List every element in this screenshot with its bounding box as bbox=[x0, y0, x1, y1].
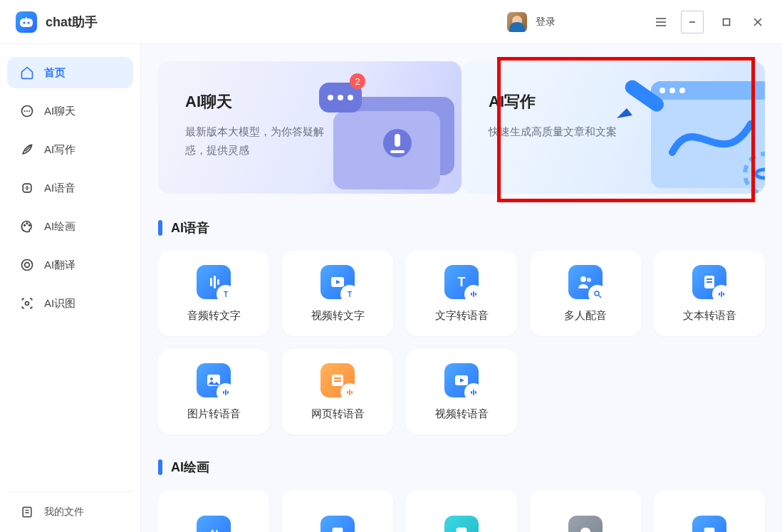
svg-point-13 bbox=[24, 225, 26, 226]
svg-rect-74 bbox=[475, 391, 476, 394]
hero-card-ai-chat[interactable]: AI聊天 最新版本大模型，为你答疑解惑，提供灵感 2 bbox=[158, 61, 462, 194]
draw-tile-grid: AI bbox=[158, 490, 765, 532]
app-logo bbox=[16, 11, 37, 33]
svg-rect-62 bbox=[225, 390, 226, 395]
svg-text:T: T bbox=[224, 291, 228, 298]
svg-line-52 bbox=[599, 296, 601, 298]
tile-draw-4[interactable] bbox=[530, 490, 641, 532]
svg-rect-63 bbox=[227, 391, 229, 394]
svg-rect-58 bbox=[723, 293, 724, 296]
draw-icon bbox=[444, 516, 479, 532]
tile-video-to-text[interactable]: T 视频转文字 bbox=[282, 251, 393, 336]
svg-rect-38 bbox=[210, 278, 212, 286]
sidebar-item-label: AI识图 bbox=[44, 297, 75, 311]
svg-rect-66 bbox=[334, 380, 341, 382]
svg-rect-76 bbox=[333, 528, 343, 532]
tile-label: 图片转语音 bbox=[187, 407, 241, 421]
svg-point-49 bbox=[580, 276, 586, 282]
svg-rect-46 bbox=[471, 293, 472, 296]
sidebar-item-label: AI翻译 bbox=[44, 259, 75, 272]
sidebar-item-ai-translate[interactable]: AI翻译 bbox=[7, 249, 133, 281]
files-icon bbox=[20, 505, 34, 519]
sound-badge-icon bbox=[714, 286, 729, 302]
sidebar-item-label: AI语音 bbox=[44, 182, 75, 195]
svg-rect-56 bbox=[719, 293, 720, 296]
section-head-voice: AI语音 bbox=[158, 219, 765, 236]
svg-rect-40 bbox=[217, 279, 219, 285]
sidebar-item-ai-write[interactable]: AI写作 bbox=[7, 134, 133, 165]
tile-label: 网页转语音 bbox=[311, 407, 365, 421]
tile-label: 视频转文字 bbox=[311, 309, 365, 323]
svg-point-15 bbox=[29, 225, 31, 226]
sound-badge-icon bbox=[466, 385, 481, 400]
tile-text-to-voice[interactable]: 文本转语音 bbox=[654, 251, 765, 336]
svg-rect-55 bbox=[707, 281, 712, 283]
draw-icon bbox=[692, 516, 726, 532]
svg-rect-24 bbox=[390, 150, 405, 153]
sidebar-item-ai-draw[interactable]: AI绘画 bbox=[7, 211, 133, 242]
tile-draw-5[interactable] bbox=[654, 490, 765, 532]
sidebar: 首页 AI聊天 AI写作 AI语音 AI绘画 bbox=[0, 44, 141, 532]
svg-text:AI: AI bbox=[209, 528, 218, 532]
tile-label: 文本转语音 bbox=[683, 309, 736, 323]
svg-rect-69 bbox=[351, 391, 353, 394]
svg-rect-65 bbox=[334, 377, 341, 379]
tile-label: 视频转语音 bbox=[435, 407, 489, 421]
svg-rect-48 bbox=[475, 293, 476, 296]
tile-multi-voice[interactable]: 多人配音 bbox=[530, 251, 641, 336]
svg-point-14 bbox=[26, 223, 28, 224]
svg-point-51 bbox=[595, 291, 599, 296]
tile-draw-2[interactable] bbox=[282, 490, 393, 532]
svg-point-27 bbox=[338, 95, 343, 100]
window-maximize-button[interactable] bbox=[715, 11, 738, 33]
titlebar: chat助手 登录 bbox=[0, 0, 782, 44]
login-link[interactable]: 登录 bbox=[536, 16, 556, 28]
svg-rect-68 bbox=[349, 390, 350, 395]
tile-web-to-voice[interactable]: 网页转语音 bbox=[282, 349, 393, 434]
sidebar-item-ai-chat[interactable]: AI聊天 bbox=[7, 95, 133, 127]
svg-rect-23 bbox=[395, 134, 400, 147]
sidebar-item-label: 首页 bbox=[44, 66, 66, 80]
svg-point-28 bbox=[348, 95, 353, 100]
hero-chat-illustration: 2 bbox=[305, 68, 462, 194]
window-minimize-button[interactable] bbox=[681, 11, 704, 33]
svg-rect-72 bbox=[471, 391, 472, 394]
text-badge-icon: T bbox=[218, 286, 234, 302]
section-title: AI绘画 bbox=[171, 459, 209, 476]
tile-video-to-voice[interactable]: 视频转语音 bbox=[406, 349, 517, 434]
svg-point-17 bbox=[25, 263, 30, 268]
sidebar-my-files[interactable]: 我的文件 bbox=[7, 491, 133, 532]
search-badge-icon bbox=[590, 286, 605, 302]
hero-card-ai-write[interactable]: AI写作 快速生成高质量文章和文案 bbox=[462, 61, 765, 194]
palette-icon bbox=[20, 219, 34, 234]
section-title: AI语音 bbox=[171, 219, 209, 236]
sidebar-footer-label: 我的文件 bbox=[44, 506, 84, 518]
tile-text-to-speech[interactable]: T 文字转语音 bbox=[406, 251, 517, 336]
window-close-button[interactable] bbox=[746, 11, 769, 33]
tile-audio-to-text[interactable]: T 音频转文字 bbox=[158, 251, 269, 336]
sidebar-item-ai-vision[interactable]: AI识图 bbox=[7, 288, 133, 319]
voice-tile-grid: T 音频转文字 T 视频转文字 T 文字转语音 bbox=[158, 251, 765, 434]
svg-rect-3 bbox=[26, 17, 27, 19]
svg-rect-31 bbox=[651, 81, 765, 100]
draw-icon bbox=[568, 516, 603, 532]
hero-write-illustration bbox=[601, 67, 765, 194]
svg-text:T: T bbox=[348, 291, 352, 298]
sound-badge-icon bbox=[466, 286, 481, 302]
svg-text:T: T bbox=[458, 275, 466, 289]
menu-icon[interactable] bbox=[650, 11, 672, 33]
translate-icon bbox=[20, 258, 34, 272]
svg-point-16 bbox=[22, 260, 33, 271]
tile-draw-1[interactable]: AI bbox=[158, 490, 269, 532]
svg-rect-39 bbox=[214, 276, 216, 288]
svg-rect-57 bbox=[721, 291, 722, 297]
video-icon bbox=[444, 363, 479, 397]
sidebar-item-home[interactable]: 首页 bbox=[7, 57, 133, 88]
sound-badge-icon bbox=[342, 385, 358, 400]
main-content: AI聊天 最新版本大模型，为你答疑解惑，提供灵感 2 AI写作 快速生成高质量文… bbox=[141, 44, 782, 532]
sidebar-item-ai-voice[interactable]: AI语音 bbox=[7, 172, 133, 204]
sound-badge-icon bbox=[218, 385, 234, 400]
tile-image-to-voice[interactable]: 图片转语音 bbox=[158, 349, 269, 434]
avatar[interactable] bbox=[507, 12, 527, 32]
tile-draw-3[interactable] bbox=[406, 490, 517, 532]
